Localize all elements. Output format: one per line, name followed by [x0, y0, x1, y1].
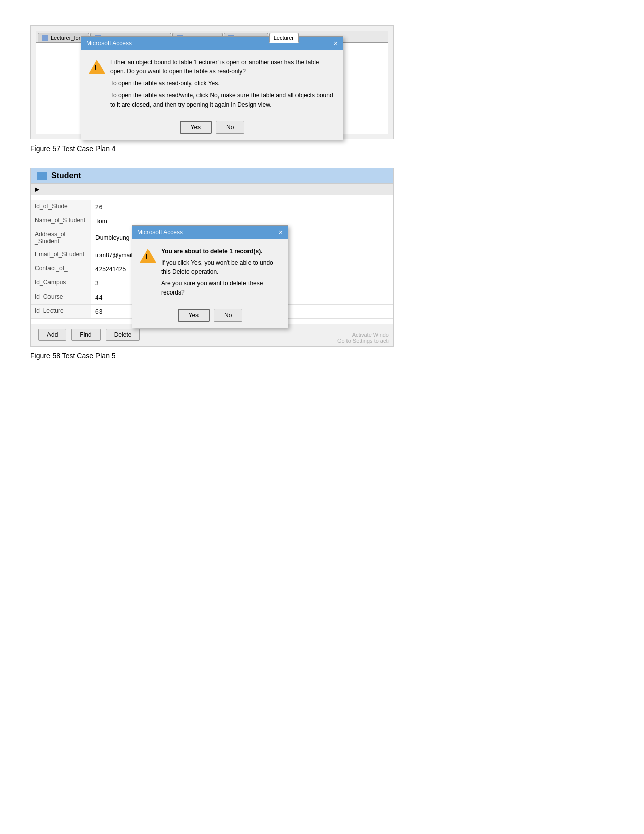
form-table-icon [37, 172, 47, 180]
figure-57-container: Lecturer_form Manager_Academic_form Stud… [30, 25, 394, 139]
activate-watermark: Activate Windo Go to Settings to acti [337, 332, 389, 344]
warning-triangle-58 [140, 249, 156, 263]
dialog-title-58: Microsoft Access × [132, 226, 288, 239]
figure-57-caption: Figure 57 Test Case Plan 4 [30, 144, 614, 153]
label-id-student: Id_of_Stude [31, 200, 91, 214]
dialog-body-57: Either an object bound to table 'Lecture… [81, 50, 343, 117]
figure-58-container: Student ▶ Id_of_Stude Name_of_S tudent A… [30, 168, 394, 347]
warning-icon-58 [140, 247, 156, 263]
warning-icon-57 [89, 58, 105, 74]
figure-58-wrapper: Student ▶ Id_of_Stude Name_of_S tudent A… [30, 168, 394, 347]
dialog-yes-button-58[interactable]: Yes [178, 309, 210, 322]
label-id-course: Id_Course [31, 290, 91, 304]
label-email-student: Email_of_St udent [31, 248, 91, 262]
label-id-lecture: Id_Lecture [31, 305, 91, 318]
label-contact-student: Contact_of_ [31, 262, 91, 276]
dialog-buttons-57: Yes No [81, 117, 343, 140]
record-nav: ▶ [31, 183, 393, 195]
dialog-text-58: You are about to delete 1 record(s). If … [161, 247, 280, 297]
delete-button[interactable]: Delete [106, 329, 140, 341]
tab-lecturer[interactable]: Lecturer [269, 33, 299, 43]
dialog-close-58[interactable]: × [279, 228, 283, 236]
input-id-student[interactable] [91, 200, 393, 214]
field-row-id: Id_of_Stude [31, 200, 393, 214]
student-form-header: Student [31, 168, 393, 183]
dialog-buttons-58: Yes No [132, 305, 288, 328]
student-form-body: Id_of_Stude Name_of_S tudent Address_of … [31, 195, 393, 324]
label-address-student: Address_of _Student [31, 228, 91, 248]
form-area-57: Microsoft Access × Either an object boun… [36, 43, 388, 134]
dialog-close-57[interactable]: × [334, 39, 338, 47]
dialog-overlay-58: Microsoft Access × You are about to dele… [132, 225, 288, 328]
figure-58-caption: Figure 58 Test Case Plan 5 [30, 352, 614, 360]
dialog-title-57: Microsoft Access × [81, 37, 343, 50]
ms-access-dialog-58: Microsoft Access × You are about to dele… [132, 225, 288, 328]
ms-access-dialog-57: Microsoft Access × Either an object boun… [81, 36, 343, 140]
add-button[interactable]: Add [38, 329, 66, 341]
dialog-yes-button-57[interactable]: Yes [180, 121, 212, 134]
label-id-campus: Id_Campus [31, 276, 91, 290]
warning-triangle-57 [89, 60, 105, 74]
find-button[interactable]: Find [71, 329, 100, 341]
label-name-student: Name_of_S tudent [31, 214, 91, 228]
student-form-title: Student [51, 171, 81, 180]
dialog-text-57: Either an object bound to table 'Lecture… [110, 58, 335, 109]
dialog-overlay-57: Microsoft Access × Either an object boun… [36, 43, 388, 134]
dialog-no-button-58[interactable]: No [214, 309, 242, 322]
tab-icon-1 [42, 35, 48, 41]
dialog-body-58: You are about to delete 1 record(s). If … [132, 239, 288, 305]
dialog-no-button-57[interactable]: No [216, 121, 244, 134]
nav-arrow[interactable]: ▶ [35, 186, 39, 193]
